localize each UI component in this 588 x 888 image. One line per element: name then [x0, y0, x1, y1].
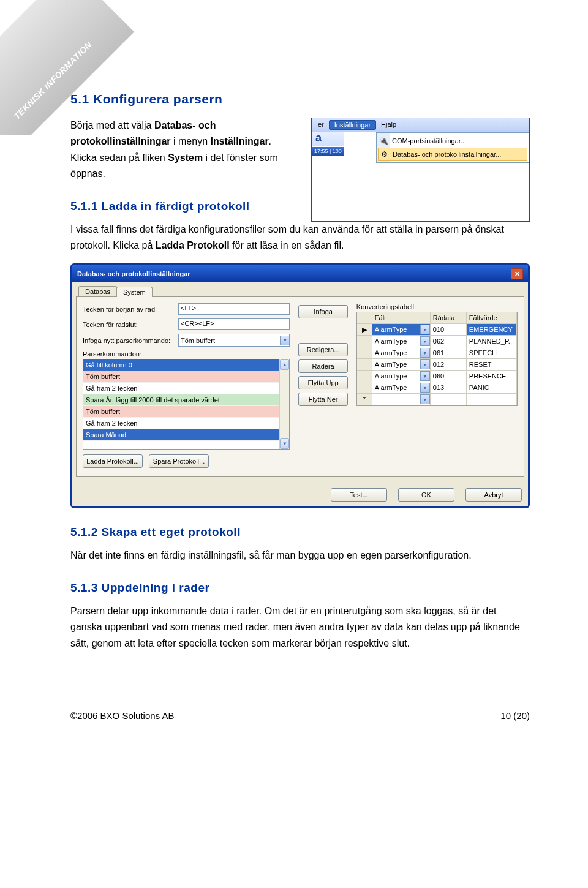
label: Konverteringstabell: [356, 303, 518, 310]
cell-faltvarde[interactable]: EMERGENCY [467, 324, 517, 336]
scrollbar[interactable]: ▲ ▼ [279, 359, 289, 449]
chevron-down-icon: ▼ [280, 336, 289, 345]
cell-radata[interactable]: 062 [431, 336, 467, 347]
cell-radata[interactable]: 010 [431, 324, 467, 336]
cell-falt[interactable]: AlarmType▼ [372, 371, 431, 382]
cell-radata[interactable]: 060 [431, 371, 467, 382]
list-item[interactable]: Töm buffert [83, 371, 289, 383]
paragraph: I vissa fall finns det färdiga konfigura… [70, 222, 530, 254]
table-row[interactable]: ▶AlarmType▼010EMERGENCY [357, 324, 517, 336]
menubar: er Inställningar Hjälp [312, 118, 529, 132]
cell-falt[interactable]: AlarmType▼ [372, 382, 431, 394]
chevron-down-icon[interactable]: ▼ [420, 394, 430, 404]
page-footer: ©2006 BXO Solutions AB 10 (20) [0, 686, 588, 733]
menubar-item-installningar[interactable]: Inställningar [329, 120, 376, 130]
menubar-fragment: er [313, 120, 329, 130]
label: Parserkommandon: [83, 350, 290, 358]
table-row[interactable]: AlarmType▼061SPEECH [357, 347, 517, 359]
list-item[interactable]: Gå fram 2 tecken [83, 418, 289, 429]
label: Infoga nytt parserkommando: [83, 337, 175, 344]
table-row[interactable]: AlarmType▼012RESET [357, 359, 517, 371]
list-item[interactable]: Gå till kolumn 0 [83, 359, 289, 371]
table-row[interactable]: AlarmType▼060PRESENCE [357, 371, 517, 382]
row-header [357, 382, 372, 394]
save-protocol-button[interactable]: Spara Protokoll... [149, 454, 209, 468]
menu-item-label: Databas- och protokollinställningar... [393, 151, 501, 158]
cell-falt[interactable]: AlarmType▼ [372, 336, 431, 347]
test-button[interactable]: Test... [331, 488, 387, 502]
table-header-row: Fält Rådata Fältvärde [357, 312, 517, 324]
flytta-ner-button[interactable]: Flytta Ner [298, 393, 347, 406]
col-header: Rådata [431, 312, 467, 324]
list-item[interactable]: Gå fram 2 tecken [83, 383, 289, 394]
chevron-down-icon[interactable]: ▼ [420, 336, 430, 346]
chevron-down-icon[interactable]: ▼ [420, 371, 430, 381]
menu-item-databas[interactable]: ⚙ Databas- och protokollinställningar... [378, 148, 527, 161]
parser-command-list[interactable]: Gå till kolumn 0Töm buffertGå fram 2 tec… [83, 359, 290, 450]
tab-databas[interactable]: Databas [78, 286, 117, 296]
cell-faltvarde[interactable]: PANIC [467, 382, 517, 394]
logo-fragment: a [312, 132, 325, 146]
flytta-upp-button[interactable]: Flytta Upp [298, 376, 347, 389]
chevron-down-icon[interactable]: ▼ [420, 325, 430, 334]
list-item[interactable]: Spara År, lägg till 2000 till det sparad… [83, 394, 289, 406]
avbryt-button[interactable]: Avbryt [466, 488, 522, 502]
cell-falt[interactable]: AlarmType▼ [372, 359, 431, 371]
row-header [357, 359, 372, 371]
cell-faltvarde[interactable]: RESET [467, 359, 517, 371]
load-protocol-button[interactable]: Ladda Protokoll... [83, 454, 143, 468]
table-row[interactable]: AlarmType▼062PLANNED_P... [357, 336, 517, 347]
input-row-end[interactable]: <CR><LF> [178, 318, 290, 330]
cell-faltvarde[interactable]: PRESENCE [467, 371, 517, 382]
section-heading: 5.1 Konfigurera parsern [70, 92, 530, 107]
subsection-heading: 5.1.2 Skapa ett eget protokoll [70, 525, 530, 539]
cell-radata[interactable]: 012 [431, 359, 467, 371]
menubar-item-hjalp[interactable]: Hjälp [376, 120, 401, 130]
dropdown-menu: 🔌 COM-portsinställningar... ⚙ Databas- o… [376, 132, 529, 163]
scroll-down-icon[interactable]: ▼ [280, 438, 289, 449]
menu-item-com[interactable]: 🔌 COM-portsinställningar... [377, 134, 529, 148]
chevron-down-icon[interactable]: ▼ [420, 348, 430, 358]
subsection-heading: 5.1.3 Uppdelning i rader [70, 581, 530, 595]
infoga-button[interactable]: Infoga [298, 305, 347, 318]
cell-falt[interactable]: AlarmType▼ [372, 347, 431, 359]
label: Tecken för början av rad: [83, 306, 175, 313]
list-item[interactable]: Töm buffert [83, 406, 289, 418]
list-item[interactable]: Spara Månad [83, 429, 289, 441]
row-header [357, 336, 372, 347]
cell-radata[interactable]: 013 [431, 382, 467, 394]
paragraph: Parsern delar upp inkommande data i rade… [70, 603, 530, 652]
table-row[interactable]: AlarmType▼013PANIC [357, 382, 517, 394]
cell-falt[interactable]: AlarmType▼ [372, 324, 431, 336]
col-header: Fält [372, 312, 431, 324]
conversion-table[interactable]: Fält Rådata Fältvärde ▶AlarmType▼010EMER… [356, 312, 518, 406]
cell-faltvarde[interactable]: PLANNED_P... [467, 336, 517, 347]
cell-faltvarde[interactable]: SPEECH [467, 347, 517, 359]
redigera-button[interactable]: Redigera... [298, 343, 347, 356]
plug-icon: 🔌 [379, 136, 388, 146]
copyright: ©2006 BXO Solutions AB [70, 710, 175, 721]
chevron-down-icon[interactable]: ▼ [420, 383, 430, 393]
gear-icon: ⚙ [379, 149, 389, 159]
subsection-heading: 5.1.1 Ladda in färdigt protokoll [70, 200, 299, 213]
page-number: 10 (20) [500, 710, 530, 721]
scroll-up-icon[interactable]: ▲ [280, 359, 289, 370]
tab-system[interactable]: System [116, 287, 153, 297]
chevron-down-icon[interactable]: ▼ [420, 359, 430, 369]
radera-button[interactable]: Radera [298, 359, 347, 373]
col-header: Fältvärde [467, 312, 517, 324]
status-strip: 17:55 | 100 [312, 147, 344, 156]
intro-paragraph: Börja med att välja Databas- och protoko… [70, 118, 299, 182]
label: Tecken för radslut: [83, 321, 175, 328]
dialog-title: Databas- och protokollinställningar [77, 270, 190, 277]
table-row-new[interactable]: *▼ [357, 394, 517, 405]
menu-item-label: COM-portsinställningar... [392, 137, 466, 145]
dialog-window: Databas- och protokollinställningar ✕ Da… [70, 263, 530, 508]
input-row-start[interactable]: <LT> [178, 303, 290, 315]
ok-button[interactable]: OK [398, 488, 454, 502]
row-header [357, 371, 372, 382]
close-button[interactable]: ✕ [511, 268, 523, 279]
close-icon: ✕ [514, 270, 520, 278]
select-new-command[interactable]: Töm buffert ▼ [178, 334, 290, 347]
cell-radata[interactable]: 061 [431, 347, 467, 359]
